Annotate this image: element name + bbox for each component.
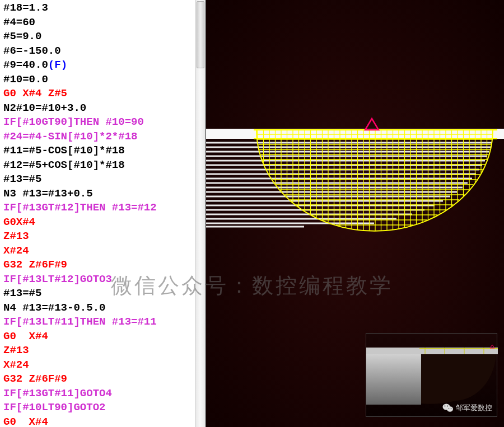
code-line[interactable]: N3 #13=#13+0.5 (3, 187, 202, 201)
code-text: G32 Z#6F#9 (3, 259, 67, 271)
code-text: #18=1.3 (3, 2, 48, 14)
code-text: #24=#4-SIN[#10]*2*#18 (3, 130, 137, 143)
code-line[interactable]: G0 X#4 (3, 415, 202, 428)
code-line[interactable]: #24=#4-SIN[#10]*2*#18 (3, 130, 202, 144)
code-line[interactable]: IF[#10GT90]THEN #10=90 (3, 115, 202, 130)
wechat-label: 邹军爱数控 (456, 403, 492, 413)
svg-point-90 (447, 406, 453, 412)
code-text: #13=#5 (3, 173, 41, 185)
code-text: #12=#5+COS[#10]*#18 (3, 159, 125, 171)
code-text: IF[#13GT#12]THEN #13=#12 (3, 201, 157, 214)
svg-point-92 (447, 406, 448, 407)
code-content: #18=1.3#4=60#5=9.0#6=-150.0#9=40.0(F)#10… (0, 0, 205, 427)
code-text: #13=#5 (3, 287, 41, 299)
code-line[interactable]: G0 X#4 (3, 330, 202, 344)
code-text: X#24 (3, 359, 29, 371)
code-text: G0 X#4 Z#5 (3, 87, 67, 100)
code-text: G0 X#4 (3, 330, 48, 342)
code-line[interactable]: #4=60 (3, 16, 202, 30)
wechat-badge: 邹军爱数控 (442, 403, 492, 413)
code-text: #6=-150.0 (3, 45, 61, 57)
code-line[interactable]: IF[#13GT#11]GOTO4 (3, 387, 202, 401)
scroll-thumb[interactable] (197, 1, 204, 68)
code-line[interactable]: #12=#5+COS[#10]*#18 (3, 158, 202, 173)
code-line[interactable]: #13=#5 (3, 172, 202, 187)
code-text: IF[#13GT#11]GOTO4 (3, 387, 112, 400)
code-text: Z#13 (3, 230, 29, 242)
code-text: #4=60 (3, 16, 35, 29)
code-line[interactable]: #11=#5-COS[#10]*#18 (3, 144, 202, 158)
code-line[interactable]: #6=-150.0 (3, 44, 202, 59)
code-line[interactable]: Z#13 (3, 229, 202, 244)
code-text: N4 #13=#13-0.5.0 (3, 302, 105, 314)
code-line[interactable]: N2#10=#10+3.0 (3, 101, 202, 116)
mini-preview: 邹军爱数控 (366, 333, 497, 417)
code-line[interactable]: IF[#13LT#11]THEN #13=#11 (3, 315, 202, 330)
code-text: G0 X#4 (3, 416, 48, 428)
code-line[interactable]: IF[#13GT#12]THEN #13=#12 (3, 201, 202, 215)
code-line[interactable]: IF[#10LT90]GOTO2 (3, 401, 202, 415)
code-line[interactable]: #10=0.0 (3, 73, 202, 87)
code-editor-panel[interactable]: #18=1.3#4=60#5=9.0#6=-150.0#9=40.0(F)#10… (0, 0, 206, 427)
code-text: G0X#4 (3, 216, 35, 228)
code-line[interactable]: #5=9.0 (3, 30, 202, 44)
code-text: IF[#10GT90]THEN #10=90 (3, 116, 144, 128)
code-text: IF[#13LT#12]GOTO3 (3, 273, 112, 285)
code-line[interactable]: X#24 (3, 244, 202, 259)
svg-rect-83 (366, 354, 421, 405)
code-line[interactable]: #18=1.3 (3, 1, 202, 16)
code-text: N3 #13=#13+0.5 (3, 187, 93, 200)
toolpath-visualization (206, 0, 504, 280)
code-line[interactable]: #9=40.0(F) (3, 58, 202, 73)
code-line[interactable]: X#24 (3, 358, 202, 373)
svg-point-91 (445, 406, 446, 407)
scrollbar[interactable] (195, 0, 205, 427)
code-line[interactable]: #13=#5 (3, 287, 202, 301)
code-line[interactable]: G0X#4 (3, 215, 202, 230)
code-text: Z#13 (3, 344, 29, 356)
code-text: IF[#10LT90]GOTO2 (3, 401, 105, 414)
code-line[interactable]: N4 #13=#13-0.5.0 (3, 301, 202, 316)
code-text: #5=9.0 (3, 30, 41, 43)
svg-point-93 (449, 408, 450, 409)
code-line[interactable]: IF[#13LT#12]GOTO3 (3, 273, 202, 287)
code-text: #11=#5-COS[#10]*#18 (3, 144, 125, 157)
code-text: N2#10=#10+3.0 (3, 102, 86, 114)
code-line[interactable]: Z#13 (3, 344, 202, 358)
code-text: IF[#13LT#11]THEN #13=#11 (3, 316, 157, 328)
code-text: (F) (48, 59, 67, 71)
code-text: G32 Z#6F#9 (3, 373, 67, 385)
wechat-icon (442, 403, 454, 413)
code-line[interactable]: G32 Z#6F#9 (3, 258, 202, 273)
code-text: #9=40.0 (3, 59, 48, 71)
code-line[interactable]: G0 X#4 Z#5 (3, 87, 202, 101)
code-line[interactable]: G32 Z#6F#9 (3, 372, 202, 387)
visualization-panel[interactable]: 邹军爱数控 (206, 0, 504, 427)
code-text: X#24 (3, 245, 29, 257)
code-text: #10=0.0 (3, 73, 48, 86)
svg-point-94 (451, 408, 452, 409)
